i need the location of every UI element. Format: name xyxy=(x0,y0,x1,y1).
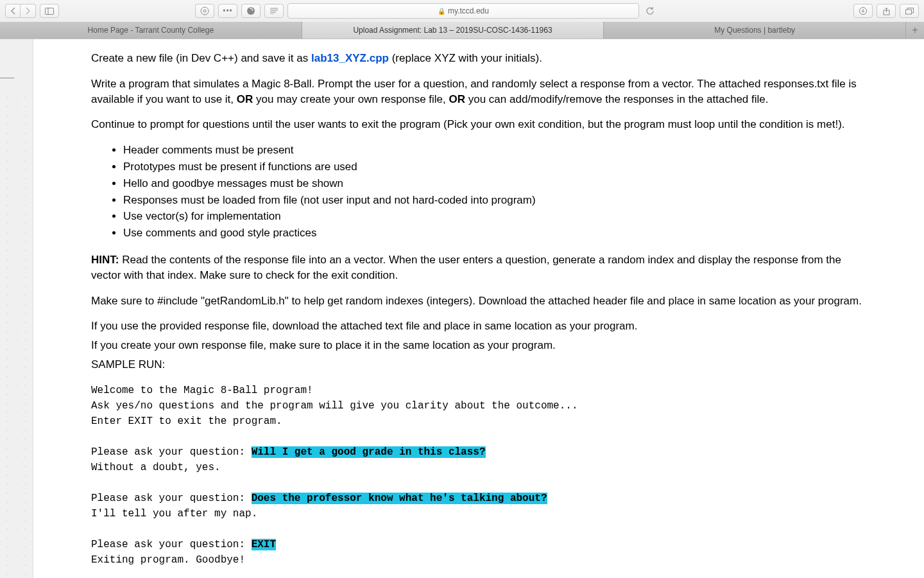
tab-bartleby[interactable]: My Questions | bartleby xyxy=(604,22,906,39)
svg-rect-0 xyxy=(46,8,54,14)
list-item: Use comments and good style practices xyxy=(123,225,866,241)
list-item: Header comments must be present xyxy=(123,143,866,158)
address-bar[interactable]: 🔒 my.tccd.edu xyxy=(287,3,639,19)
content-area: Create a new file (in Dev C++) and save … xyxy=(0,39,924,578)
instruction-create-file: Create a new file (in Dev C++) and save … xyxy=(91,51,866,66)
lock-icon: 🔒 xyxy=(438,8,445,15)
sample-output: Welcome to the Magic 8-Ball program! Ask… xyxy=(91,383,866,568)
more-button[interactable]: ••• xyxy=(218,4,237,18)
filename-link[interactable]: lab13_XYZ.cpp xyxy=(311,52,389,64)
downloads-button[interactable] xyxy=(853,4,873,18)
instruction-own-file: If you create your own response file, ma… xyxy=(91,338,866,353)
svg-rect-11 xyxy=(905,10,911,14)
list-item: Use vector(s) for implementation xyxy=(123,209,866,224)
share-button[interactable] xyxy=(877,4,896,18)
browser-chrome: ••• 🔒 my.tccd.edu xyxy=(0,0,924,39)
tab-assignment[interactable]: Upload Assignment: Lab 13 – 2019SU-COSC-… xyxy=(302,22,604,39)
hint-label: HINT: xyxy=(91,254,119,266)
back-button[interactable] xyxy=(5,4,21,18)
reader-button[interactable] xyxy=(264,4,284,18)
instruction-include: Make sure to #include "getRandomLib.h" t… xyxy=(91,293,866,309)
left-sidebar xyxy=(0,39,33,578)
privacy-button[interactable] xyxy=(195,4,214,18)
new-tab-button[interactable]: + xyxy=(906,22,924,39)
instruction-loop: Continue to prompt for questions until t… xyxy=(91,117,866,132)
instruction-program-desc: Write a program that simulates a Magic 8… xyxy=(91,76,866,107)
reload-button[interactable] xyxy=(643,4,657,18)
list-item: Prototypes must be present if functions … xyxy=(123,159,866,175)
tab-home[interactable]: Home Page - Tarrant County College xyxy=(0,22,302,39)
extension-button[interactable] xyxy=(241,4,261,18)
tabs-button[interactable] xyxy=(900,4,919,18)
user-input: Does the professor know what he's talkin… xyxy=(252,493,547,504)
instruction-provided-file: If you use the provided response file, d… xyxy=(91,319,866,334)
svg-point-2 xyxy=(201,7,209,15)
user-input: EXIT xyxy=(252,539,276,550)
forward-button[interactable] xyxy=(21,4,36,18)
url-text: my.tccd.edu xyxy=(448,6,489,15)
sample-run-label: SAMPLE RUN: xyxy=(91,357,866,372)
list-item: Hello and goodbye messages must be shown xyxy=(123,176,866,191)
toolbar: ••• 🔒 my.tccd.edu xyxy=(0,0,924,22)
sidebar-toggle-button[interactable] xyxy=(40,4,59,18)
user-input: Will I get a good grade in this class? xyxy=(252,446,486,458)
assignment-content: Create a new file (in Dev C++) and save … xyxy=(33,39,924,578)
hint-paragraph: HINT: Read the contents of the response … xyxy=(91,252,866,283)
tab-bar: Home Page - Tarrant County College Uploa… xyxy=(0,22,924,39)
svg-point-3 xyxy=(203,10,206,12)
requirements-list: Header comments must be present Prototyp… xyxy=(123,143,866,241)
list-item: Responses must be loaded from file (not … xyxy=(123,193,866,208)
